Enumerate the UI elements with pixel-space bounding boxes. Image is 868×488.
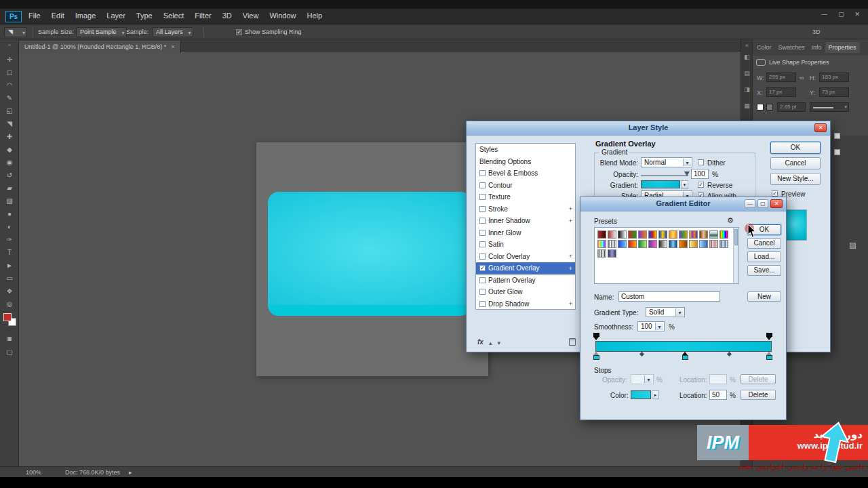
gradient-preset[interactable] xyxy=(709,240,718,248)
gradient-preset[interactable] xyxy=(669,230,677,239)
sample-dropdown[interactable]: All Layers xyxy=(152,24,193,39)
inner-shadow-checkbox[interactable] xyxy=(479,218,486,224)
menu-3d[interactable]: 3D xyxy=(217,9,237,23)
gradient-preset[interactable] xyxy=(638,230,647,239)
gradient-bar[interactable] xyxy=(595,341,772,352)
color-stop-middle-selected[interactable] xyxy=(682,352,688,360)
style-item-drop-shadow[interactable]: Drop Shadow xyxy=(476,298,575,310)
tab-properties[interactable]: Properties xyxy=(825,42,860,53)
document-tab[interactable]: Untitled-1 @ 100% (Rounded Rectangle 1, … xyxy=(19,41,181,53)
layer-style-titlebar[interactable]: Layer Style ✕ xyxy=(467,121,830,136)
rectangle-tool[interactable]: ▭ xyxy=(0,272,19,285)
move-effect-down-icon[interactable] xyxy=(497,336,500,348)
gradient-preset[interactable] xyxy=(689,230,698,239)
reverse-checkbox[interactable] xyxy=(698,182,704,188)
panel-strip-icon-4[interactable]: ▦ xyxy=(741,98,753,114)
menu-image[interactable]: Image xyxy=(70,9,102,23)
gradient-preset[interactable] xyxy=(669,240,677,248)
foreground-color-swatch[interactable] xyxy=(3,313,12,321)
width-field[interactable]: 295 px xyxy=(766,73,796,82)
style-item-inner-shadow[interactable]: Inner Shadow xyxy=(476,215,575,227)
gradient-preset[interactable] xyxy=(608,240,616,248)
tab-swatches[interactable]: Swatches xyxy=(775,42,808,53)
move-tool[interactable]: ✛ xyxy=(0,53,19,66)
blur-tool[interactable]: ● xyxy=(0,207,19,220)
sampling-ring-checkbox[interactable] xyxy=(236,29,242,35)
dither-checkbox[interactable] xyxy=(698,159,704,165)
gradient-preset[interactable] xyxy=(638,240,647,248)
gradient-tool[interactable]: ▨ xyxy=(0,195,19,207)
menu-filter[interactable]: Filter xyxy=(189,9,216,23)
add-drop-shadow-icon[interactable] xyxy=(569,300,572,307)
move-effect-up-icon[interactable] xyxy=(489,336,492,348)
scrollbar-thumb[interactable] xyxy=(734,229,738,245)
tab-info[interactable]: Info xyxy=(808,42,825,53)
hand-tool[interactable]: ❖ xyxy=(0,285,19,298)
color-stop-left[interactable] xyxy=(593,352,599,360)
zoom-level[interactable]: 100% xyxy=(26,469,41,476)
name-field[interactable]: Custom xyxy=(618,291,720,302)
type-tool[interactable]: T xyxy=(0,246,19,259)
gradient-preset[interactable] xyxy=(628,240,637,248)
outer-glow-checkbox[interactable] xyxy=(479,289,486,295)
style-item-styles[interactable]: Styles xyxy=(476,144,575,156)
panel-strip-icon-1[interactable]: ◧ xyxy=(741,49,753,65)
layer-style-ok-button[interactable]: OK xyxy=(770,142,821,154)
stop-color-swatch[interactable] xyxy=(631,390,651,399)
rounded-rectangle-shape[interactable] xyxy=(268,192,471,316)
gradient-preset[interactable] xyxy=(719,240,728,248)
fill-color-chip[interactable] xyxy=(757,104,764,110)
drop-shadow-checkbox[interactable] xyxy=(479,301,486,307)
gradient-editor-cancel-button[interactable]: Cancel xyxy=(747,238,781,249)
fx-icon[interactable]: fx xyxy=(477,338,484,346)
blend-mode-dropdown[interactable]: Normal xyxy=(641,157,692,167)
gradient-preset[interactable] xyxy=(597,240,606,248)
opacity-field[interactable]: 100 xyxy=(691,169,709,179)
menu-file[interactable]: File xyxy=(23,9,46,23)
stop-color-arrow-icon[interactable]: ▸ xyxy=(652,390,659,399)
gradient-editor-titlebar[interactable]: Gradient Editor — ▢ ✕ xyxy=(580,197,786,211)
eraser-tool[interactable]: ▰ xyxy=(0,182,19,195)
quick-mask-icon[interactable]: ◙ xyxy=(0,332,19,345)
gradient-preset[interactable] xyxy=(597,230,606,239)
color-stop-right[interactable] xyxy=(766,352,772,360)
workspace-switcher[interactable]: 3D xyxy=(812,24,821,39)
delete-effect-icon[interactable] xyxy=(569,338,576,346)
opacity-slider[interactable] xyxy=(641,175,688,176)
opacity-slider-handle[interactable] xyxy=(684,171,690,176)
opacity-stop-left[interactable] xyxy=(593,333,599,340)
contour-checkbox[interactable] xyxy=(479,182,486,188)
lasso-tool[interactable]: ◠ xyxy=(0,79,19,92)
menu-select[interactable]: Select xyxy=(158,9,190,23)
eyedropper-icon[interactable]: ◥ xyxy=(4,27,27,37)
presets-gear-icon[interactable]: ⚙ xyxy=(727,216,734,225)
gradient-preset[interactable] xyxy=(608,230,616,239)
brush-tool[interactable]: ◆ xyxy=(0,143,19,156)
pattern-overlay-checkbox[interactable] xyxy=(479,277,486,283)
stroke-width-field[interactable]: 2.65 pt xyxy=(777,102,806,112)
preview-checkbox[interactable] xyxy=(772,190,778,197)
gradient-preset[interactable] xyxy=(648,230,657,239)
midpoint-diamond-left[interactable] xyxy=(639,352,644,357)
pen-tool[interactable]: ✑ xyxy=(0,233,19,246)
document-canvas[interactable] xyxy=(256,142,488,376)
crop-tool[interactable]: ◱ xyxy=(0,104,19,117)
style-item-bevel-emboss[interactable]: Bevel & Emboss xyxy=(476,167,575,180)
gradient-preset[interactable] xyxy=(689,240,698,248)
tab-close-icon[interactable]: × xyxy=(171,43,174,50)
gradient-preset[interactable] xyxy=(618,230,627,239)
quick-selection-tool[interactable]: ✎ xyxy=(0,92,19,104)
gradient-preset[interactable] xyxy=(648,240,657,248)
gradient-swatch[interactable] xyxy=(641,180,680,188)
style-item-inner-glow[interactable]: Inner Glow xyxy=(476,227,575,239)
dodge-tool[interactable]: ◐ xyxy=(0,220,19,233)
new-style-button[interactable]: New Style... xyxy=(770,173,821,185)
smoothness-field[interactable]: 100 xyxy=(637,321,665,331)
gradient-picker-arrow-icon[interactable]: ▾ xyxy=(681,180,688,189)
style-item-contour[interactable]: Contour xyxy=(476,180,575,192)
new-gradient-button[interactable]: New xyxy=(747,291,781,302)
menu-edit[interactable]: Edit xyxy=(46,9,70,23)
gradient-preset[interactable] xyxy=(679,240,688,248)
add-stroke-icon[interactable] xyxy=(569,205,572,212)
tab-color[interactable]: Color xyxy=(753,42,775,53)
